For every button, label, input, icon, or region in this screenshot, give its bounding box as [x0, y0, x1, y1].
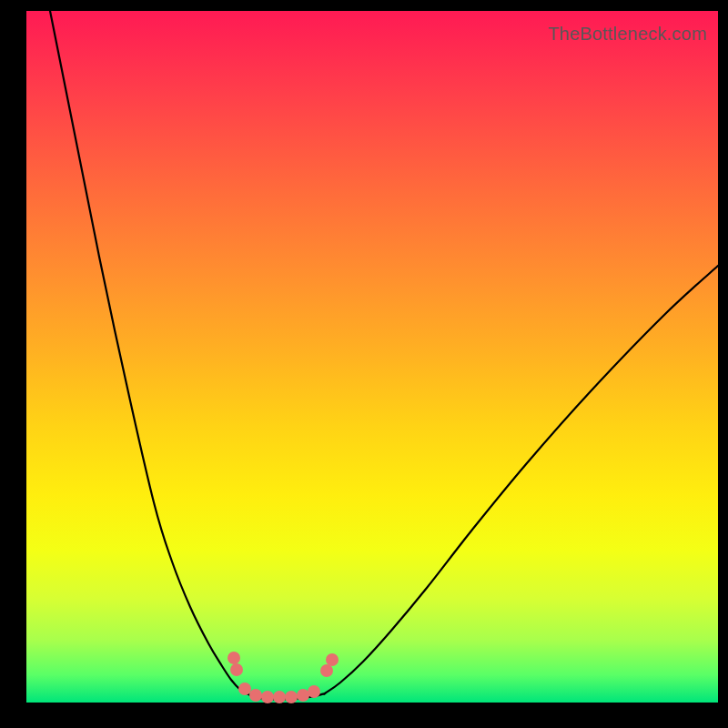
highlight-dot [308, 685, 320, 698]
highlight-dot [249, 689, 262, 702]
bottleneck-curve [50, 11, 718, 700]
highlight-dot [285, 691, 298, 703]
highlight-dot [320, 664, 333, 677]
highlight-dot [297, 689, 309, 702]
highlight-dot [238, 682, 251, 695]
highlight-dot [326, 653, 339, 666]
curve-svg [26, 11, 718, 703]
valley-dots [228, 652, 339, 703]
plot-area: TheBottleneck.com [26, 11, 718, 703]
highlight-dot [261, 691, 274, 703]
highlight-dot [273, 691, 286, 703]
highlight-dot [230, 663, 243, 676]
chart-frame: TheBottleneck.com [0, 0, 728, 728]
highlight-dot [228, 652, 240, 664]
